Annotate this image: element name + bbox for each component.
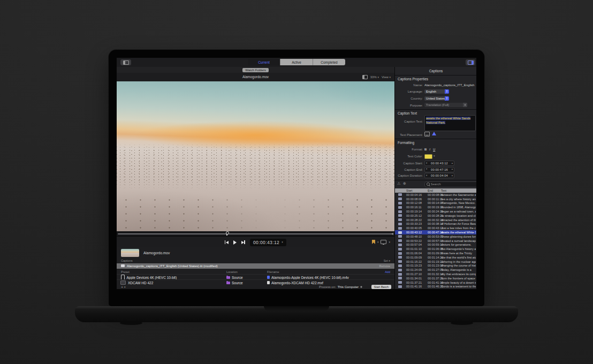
italic-button[interactable]: I: [429, 148, 430, 151]
caption-text: began as a railroad town, a v...: [441, 210, 476, 213]
caption-file-row[interactable]: Alamogordo_captions_ITT_English (United …: [117, 263, 394, 269]
process-on-label: Process on:: [319, 285, 336, 289]
caption-text: created a surreal landscape...: [441, 239, 476, 242]
purpose-popup[interactable]: Translation (Full): [424, 103, 467, 107]
macbook-lid-notch: [264, 306, 329, 311]
marker-icon[interactable]: [372, 240, 375, 244]
text-color-caret[interactable]: ▾: [434, 155, 435, 157]
caption-row[interactable]: 00:00:12:0800:00:14:07Alamogordo, New Me…: [395, 201, 476, 206]
caption-chip-icon: [398, 264, 402, 267]
viewer-title: Alamogordo.mov: [117, 75, 394, 79]
tab-active[interactable]: Active: [280, 59, 313, 65]
macbook-screen: Current Active Completed Batch Watch Fol…: [109, 50, 484, 306]
caption-row[interactable]: 00:00:25:1200:00:28:21its strategic loca…: [395, 214, 476, 218]
preview-pane-toggle-button[interactable]: [120, 59, 131, 65]
placement-box-icon[interactable]: [424, 132, 430, 136]
language-popup[interactable]: English: [424, 89, 449, 94]
compare-icon[interactable]: [362, 75, 368, 79]
warning-icon[interactable]: ⚠: [397, 181, 400, 186]
header-end[interactable]: End: [428, 189, 433, 192]
marker-menu-caret[interactable]: ▾: [377, 241, 379, 244]
popup-stepper-icon: [445, 96, 449, 101]
set-menu[interactable]: Set ▾: [384, 259, 390, 262]
caption-start: 00:01:01:10: [406, 247, 422, 251]
tab-watch-folders[interactable]: Watch Folders: [242, 68, 268, 72]
process-on-stepper[interactable]: [360, 286, 362, 289]
caption-start: 00:01:34:01: [406, 277, 422, 280]
play-button[interactable]: [233, 240, 237, 245]
caption-row[interactable]: 00:01:34:0100:01:37:21from the frontiers…: [395, 276, 476, 280]
caption-text: Gordo is a testament to the...: [441, 285, 476, 288]
next-frame-button[interactable]: [241, 240, 245, 244]
caption-start: 00:00:04:16: [406, 193, 422, 196]
header-text[interactable]: Text: [441, 189, 446, 192]
caption-row[interactable]: 00:00:28:2200:00:32:23attracted the atte…: [395, 218, 476, 222]
caption-text: Just a few miles from the cit...: [441, 226, 476, 230]
caption-row[interactable]: 00:00:33:2300:00:38:10of Holloman Air Fo…: [395, 222, 476, 226]
caption-end-field[interactable]: ▾00:00:47:16▴: [424, 167, 454, 172]
source-thumbnail[interactable]: [121, 249, 139, 257]
caption-start: 00:01:09:09: [406, 256, 422, 259]
caption-row[interactable]: 00:00:57:0400:00:59:10visitors for gener…: [395, 243, 476, 247]
country-popup[interactable]: United States: [424, 96, 449, 101]
search-input[interactable]: [431, 183, 468, 186]
remove-caption-button[interactable]: Remove: [379, 264, 390, 268]
caption-row[interactable]: 00:01:06:0400:01:09:09it was here at the…: [395, 251, 476, 255]
caption-row[interactable]: 00:01:41:1600:01:46:20Gordo is a testame…: [395, 285, 476, 289]
caption-row[interactable]: 00:01:24:0900:01:27:09Today, Alamogordo …: [395, 268, 476, 272]
caption-row[interactable]: 00:01:01:1000:01:06:03But Alamogordo's h…: [395, 247, 476, 251]
caption-row[interactable]: 00:01:27:1000:01:32:14city that embraces…: [395, 272, 476, 276]
caption-file-name: Alamogordo_captions_ITT_English (United …: [127, 264, 218, 268]
caption-row[interactable]: 00:00:43:1200:00:47:16awaits the etherea…: [395, 230, 476, 234]
add-caption-icon[interactable]: ⊕: [403, 181, 406, 186]
caption-text: city that embraces its compl...: [441, 272, 476, 276]
preset-filename: Alamogordo-Apple Devices 4K (HEVC 10-bit…: [271, 276, 349, 279]
caption-row[interactable]: 00:01:37:2100:01:41:15simple beauty of a…: [395, 280, 476, 285]
caption-row[interactable]: 00:00:16:1100:00:19:13Founded in 1898, A…: [395, 205, 476, 209]
bold-button[interactable]: B: [424, 148, 427, 151]
header-start[interactable]: Start: [406, 189, 413, 192]
tab-completed[interactable]: Completed: [313, 59, 345, 65]
caption-chip-icon: [398, 269, 402, 271]
caption-row[interactable]: 00:01:15:2200:01:19:22ushering in the nu…: [395, 260, 476, 264]
caption-text: its strategic location and cle...: [441, 214, 476, 217]
caption-row[interactable]: 00:00:19:1400:00:24:19began as a railroa…: [395, 209, 476, 214]
video-frame[interactable]: [117, 81, 394, 231]
placement-triangle-icon[interactable]: [432, 132, 436, 135]
caption-duration-field[interactable]: ▾00:00:04:04▴: [424, 173, 454, 178]
add-preset-link[interactable]: Add: [385, 270, 390, 274]
playhead-knob[interactable]: [226, 231, 229, 234]
panes-icon: [123, 60, 129, 65]
caption-row[interactable]: 00:00:48:1000:00:53:01These glistening d…: [395, 234, 476, 239]
caption-row[interactable]: 00:00:08:0600:00:11:11lies a city where …: [395, 197, 476, 201]
folder-icon: [226, 276, 230, 279]
caption-row[interactable]: 00:00:53:2200:00:57:03created a surreal …: [395, 239, 476, 243]
caption-start-field[interactable]: ▾00:00:43:12▴: [424, 161, 454, 166]
underline-button[interactable]: U: [433, 148, 435, 151]
caption-text-field[interactable]: awaits the ethereal White Sands National…: [424, 115, 476, 131]
caption-text: site that the world's first ato...: [441, 256, 476, 259]
start-batch-button[interactable]: Start Batch: [371, 285, 391, 289]
scrubber-track[interactable]: [118, 233, 393, 234]
display-icon[interactable]: [381, 240, 386, 244]
caption-start: 00:00:19:14: [406, 210, 422, 213]
tab-current[interactable]: Current: [248, 59, 280, 65]
display-menu-caret[interactable]: ▾: [389, 241, 390, 244]
caption-row[interactable]: 00:00:04:1600:00:08:06between the Sacram…: [395, 193, 476, 197]
view-menu[interactable]: View ▾: [382, 75, 391, 79]
inspector-toggle-button[interactable]: [466, 59, 475, 65]
timecode-display[interactable]: 00:00:43:12▾: [250, 239, 286, 246]
caption-row[interactable]: 00:01:09:0900:01:14:21site that the worl…: [395, 255, 476, 260]
timeline-scrubber[interactable]: [117, 231, 394, 236]
add-output-button[interactable]: +▾: [121, 285, 126, 289]
zoom-level-menu[interactable]: 33% ▾: [370, 75, 379, 79]
text-color-label: Text Color:: [395, 155, 423, 158]
previous-frame-button[interactable]: [225, 240, 229, 244]
caption-chip-icon: [398, 223, 402, 225]
caption-row[interactable]: 00:00:40:0500:00:43:12Just a few miles f…: [395, 226, 476, 230]
macbook-foot: [451, 321, 473, 325]
caption-text: simple beauty of a desert su...: [441, 281, 476, 284]
search-field[interactable]: [424, 181, 476, 187]
caption-row[interactable]: 00:01:19:2300:01:23:08changing the cours…: [395, 264, 476, 268]
text-color-swatch[interactable]: [424, 154, 432, 159]
